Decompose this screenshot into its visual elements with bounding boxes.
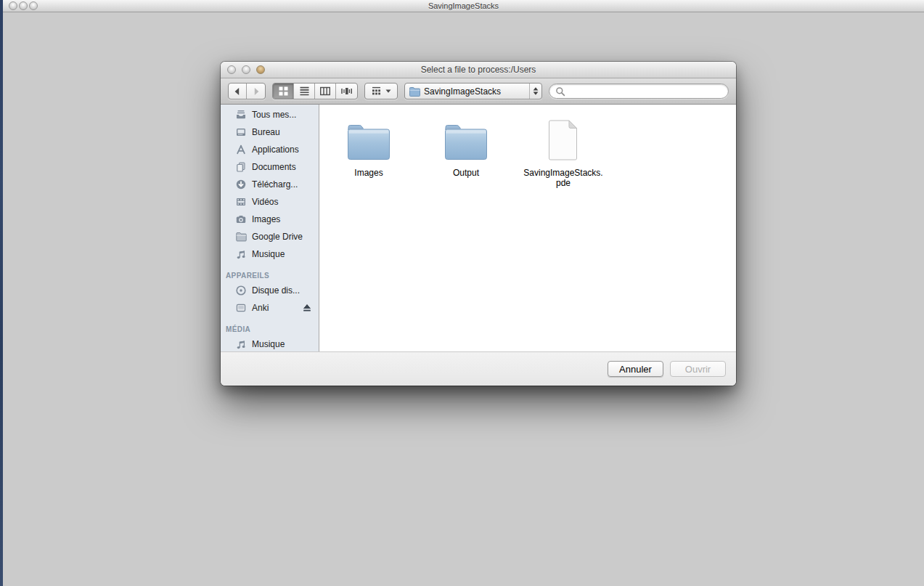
folder-icon bbox=[443, 122, 489, 161]
all-files-icon bbox=[235, 109, 247, 121]
sidebar-item-anki[interactable]: Anki bbox=[221, 299, 319, 317]
document-icon bbox=[546, 119, 581, 161]
documents-icon bbox=[235, 161, 247, 173]
icon-view-button[interactable] bbox=[273, 84, 294, 99]
sidebar-item-label: Musique bbox=[252, 339, 285, 349]
desktop-edge bbox=[0, 0, 3, 586]
sidebar-item-tous-mes[interactable]: Tous mes... bbox=[221, 106, 319, 123]
location-popup-value: SavingImageStacks bbox=[424, 86, 526, 97]
sidebar-item-label: Disque dis... bbox=[252, 285, 300, 296]
external-drive-icon bbox=[235, 302, 247, 314]
sidebar-item-vid-os[interactable]: Vidéos bbox=[221, 193, 319, 211]
file-name-label: Output bbox=[422, 168, 510, 178]
music-icon bbox=[235, 248, 247, 260]
sidebar-section-appareils: APPAREILS bbox=[221, 269, 319, 282]
app-window-titlebar[interactable]: SavingImageStacks bbox=[3, 0, 924, 12]
dialog-body: Tous mes...BureauApplicationsDocumentsTé… bbox=[221, 105, 736, 351]
sidebar-item-musique[interactable]: Musique bbox=[221, 335, 319, 351]
disc-icon bbox=[235, 285, 247, 296]
sidebar-item-label: Images bbox=[252, 214, 280, 224]
history-nav bbox=[228, 83, 266, 99]
column-view-button[interactable] bbox=[315, 84, 336, 99]
cancel-button[interactable]: Annuler bbox=[608, 361, 663, 377]
search-icon bbox=[555, 86, 565, 97]
forward-arrow-icon bbox=[250, 86, 262, 97]
sidebar-item-disque-dis[interactable]: Disque dis... bbox=[221, 282, 319, 299]
camera-icon bbox=[235, 213, 247, 225]
file-output[interactable]: Output bbox=[422, 118, 510, 178]
app-window-controls bbox=[9, 1, 38, 10]
sidebar-item-label: Applications bbox=[252, 145, 299, 155]
downloads-icon bbox=[235, 179, 247, 190]
arrange-grid-icon bbox=[371, 86, 382, 97]
dialog-close-button[interactable] bbox=[227, 65, 236, 74]
sidebar-item-documents[interactable]: Documents bbox=[221, 158, 319, 176]
sidebar-item-label: Vidéos bbox=[252, 197, 278, 207]
list-view-icon bbox=[299, 86, 310, 97]
forward-button[interactable] bbox=[247, 84, 265, 99]
view-switcher bbox=[272, 83, 358, 99]
column-view-icon bbox=[319, 86, 331, 97]
sidebar-item-musique[interactable]: Musique bbox=[221, 245, 319, 263]
file-images[interactable]: Images bbox=[325, 118, 412, 178]
open-button[interactable]: Ouvrir bbox=[670, 361, 726, 377]
sidebar-item-label: Télécharg... bbox=[252, 179, 298, 190]
search-input[interactable] bbox=[568, 86, 722, 97]
sidebar-item-t-l-charg[interactable]: Télécharg... bbox=[221, 176, 319, 193]
zoom-button[interactable] bbox=[29, 1, 38, 10]
minimize-button[interactable] bbox=[19, 1, 28, 10]
close-button[interactable] bbox=[9, 1, 17, 10]
sidebar-list: Tous mes...BureauApplicationsDocumentsTé… bbox=[221, 105, 319, 351]
file-name-label: Images bbox=[325, 168, 412, 178]
sidebar-section-m-dia: MÉDIA bbox=[221, 322, 319, 335]
folder-icon bbox=[346, 122, 392, 161]
applications-icon bbox=[235, 144, 247, 155]
sidebar-item-label: Tous mes... bbox=[252, 110, 296, 120]
videos-icon bbox=[235, 196, 247, 208]
dialog-toolbar: SavingImageStacks bbox=[221, 78, 736, 105]
sidebar-item-images[interactable]: Images bbox=[221, 211, 319, 228]
search-field[interactable] bbox=[549, 84, 729, 99]
coverflow-view-icon bbox=[340, 86, 353, 97]
arrange-button[interactable] bbox=[364, 83, 398, 99]
coverflow-view-button[interactable] bbox=[336, 84, 357, 99]
sidebar-item-label: Documents bbox=[252, 162, 296, 172]
dialog-window-controls bbox=[227, 65, 265, 74]
chevron-down-icon bbox=[385, 89, 391, 93]
dialog-title: Select a file to process:/Users bbox=[221, 62, 736, 78]
desktop-icon bbox=[235, 126, 247, 138]
sidebar-item-label: Anki bbox=[252, 303, 269, 313]
sidebar-item-applications[interactable]: Applications bbox=[221, 141, 319, 158]
music-icon bbox=[235, 338, 247, 350]
back-arrow-icon bbox=[232, 86, 243, 97]
file-savingimagestacks-pde[interactable]: SavingImageStacks.pde bbox=[520, 118, 607, 188]
back-button[interactable] bbox=[229, 84, 247, 99]
file-grid[interactable]: Images Output SavingImageStacks.pde bbox=[319, 105, 736, 351]
file-open-dialog: Select a file to process:/Users bbox=[221, 62, 736, 386]
location-popup[interactable]: SavingImageStacks bbox=[404, 83, 542, 99]
folder-gray-icon bbox=[235, 231, 247, 243]
sidebar-item-bureau[interactable]: Bureau bbox=[221, 123, 319, 141]
icon-view-icon bbox=[278, 86, 289, 97]
sidebar-item-label: Bureau bbox=[252, 127, 280, 137]
eject-icon[interactable] bbox=[302, 303, 312, 313]
folder-icon bbox=[409, 86, 420, 97]
sidebar-item-label: Google Drive bbox=[252, 232, 303, 242]
app-title: SavingImageStacks bbox=[3, 0, 924, 12]
sidebar-item-label: Musique bbox=[252, 249, 285, 259]
dialog-minimize-button[interactable] bbox=[242, 65, 250, 74]
dialog-zoom-button[interactable] bbox=[256, 65, 265, 74]
sidebar-item-google-drive[interactable]: Google Drive bbox=[221, 228, 319, 245]
dialog-footer: Annuler Ouvrir bbox=[221, 351, 736, 386]
stepper-arrows-icon bbox=[529, 84, 541, 99]
file-name-label: SavingImageStacks.pde bbox=[520, 168, 607, 188]
list-view-button[interactable] bbox=[294, 84, 315, 99]
dialog-titlebar[interactable]: Select a file to process:/Users bbox=[221, 62, 736, 78]
